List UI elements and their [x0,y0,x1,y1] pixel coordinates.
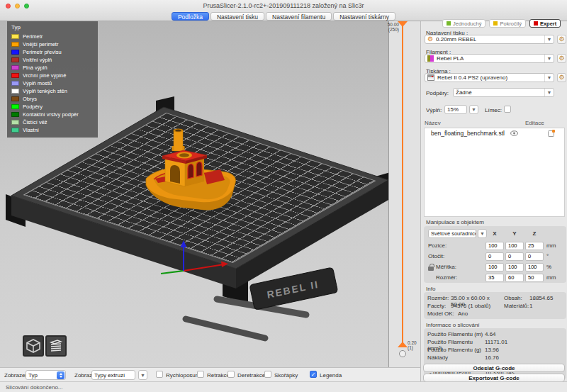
print-settings-gear-button[interactable]: ⚙ [557,35,566,44]
filament-gear-button[interactable]: ⚙ [557,54,566,63]
legend-swatch [11,104,19,109]
show-features-chevron-button[interactable]: ▼ [138,370,147,380]
scale-row: Měřítka: % [425,262,565,271]
tab-print-settings[interactable]: Nastavení tisku [210,12,264,21]
view-mode-select[interactable]: Typ [26,370,66,380]
rotate-y-field[interactable] [505,252,524,261]
axes-header-row: X Y Z [425,229,565,238]
tab-filament-settings[interactable]: Nastavení filamentu [266,12,332,21]
position-row: Pozice: mm [425,241,565,250]
filament-select[interactable]: Rebel PLA ▼ [425,54,554,63]
slider-max-height: 50.00 [386,22,399,27]
preview-layers-view-button[interactable] [45,335,67,357]
chevron-down-icon: ▼ [544,74,554,82]
axes-indicator [161,240,228,274]
axis-z-header: Z [525,230,544,237]
mode-advanced-button[interactable]: Pokročilý [489,19,525,28]
status-text: Slicování dokončeno... [6,384,63,391]
object-list[interactable]: ben_floating_benchmark.stl [424,128,565,217]
supports-label: Podpěry: [426,90,449,96]
scale-x-field[interactable] [485,263,504,271]
edit-object-icon[interactable] [548,130,554,137]
one-layer-mode-button[interactable] [399,350,406,357]
info-model-row: Model OK: Ano [427,310,563,317]
size-x-field[interactable] [485,274,504,282]
legend-swatch [11,112,19,117]
mode-simple-button[interactable]: Jednoduchý [442,19,485,28]
legend-item: Vrchní plné výplně [11,72,94,79]
rotate-z-field[interactable] [525,252,544,261]
tab-printer-settings[interactable]: Nastavení tiskárny [333,12,395,21]
slicing-row: Použito Filamentu (m) 4.64 [427,331,563,337]
object-list-edit-header: Editace [525,120,544,126]
gear-icon: ⚙ [558,36,564,43]
object-name: ben_floating_benchmark.stl [431,130,505,137]
layer-slider-track[interactable] [402,26,403,345]
cube-icon [26,338,41,354]
layer-slider-strip: 50.00 (250) 0.20 (1) [389,21,420,367]
checkbox-deretractions[interactable] [228,371,235,378]
infill-label: Výplň: [426,107,442,113]
printer-select[interactable]: Rebel II 0.4 PS2 (upraveno) ▼ [425,73,554,82]
size-z-field[interactable] [525,274,544,282]
legend-swatch [11,42,19,47]
slicing-info-title: Informace o slicování [426,322,480,328]
infill-chevron-button[interactable]: ▼ [469,105,478,114]
size-y-field[interactable] [505,274,524,282]
rotate-x-field[interactable] [485,252,504,261]
layer-slider-upper-handle[interactable] [398,21,408,27]
gear-icon: ⚙ [558,55,564,62]
send-gcode-button[interactable]: Odeslat G-code [423,364,565,372]
size-row: Rozměr: mm [425,273,565,282]
object-list-row[interactable]: ben_floating_benchmark.stl [425,128,564,138]
3d-editor-view-button[interactable] [23,335,44,357]
layer-slider-lower-handle[interactable] [398,342,408,347]
axis-y-header: Y [505,230,524,237]
position-x-field[interactable] [485,242,504,250]
rotate-row: Otočit: ° [425,252,565,261]
scale-z-field[interactable] [525,263,544,271]
print-settings-select[interactable]: ⚙ 0.20mm REBEL ▼ [425,35,554,44]
legend-item: Vlastní [11,126,94,134]
print-profile-icon: ⚙ [427,36,433,43]
legend-item: Obrys [11,95,94,103]
printer-name-plate: REBEL II [249,267,338,310]
info-title: Info [426,286,435,292]
checkbox-deretractions-label: Deretrakce [237,372,265,379]
slicing-row: Náklady 16.76 [427,354,563,361]
benchy-model[interactable] [146,128,237,216]
legend-item: Perimetr [11,33,94,40]
uniform-scale-lock-icon[interactable] [428,267,434,271]
legend-swatch [11,50,19,55]
advanced-mode-icon [493,21,498,26]
checkbox-travel[interactable] [156,371,163,378]
tab-plater[interactable]: Podložka [172,12,209,21]
infill-select[interactable]: 15% [444,105,467,114]
checkbox-shells[interactable] [264,371,271,378]
mode-expert-button[interactable]: Expert [529,19,561,28]
3d-viewport[interactable]: REBEL II [0,21,389,367]
legend-swatch [11,81,19,86]
checkbox-travel-label: Rychloposun [166,372,198,379]
eye-icon[interactable] [510,130,518,136]
brim-checkbox[interactable] [504,106,511,113]
position-y-field[interactable] [505,242,524,250]
supports-select[interactable]: Žádné ▼ [453,88,554,97]
app-window: PrusaSlicer-2.1.0-rc2+-201909111218 zalo… [0,0,567,392]
legend-swatch [11,89,19,94]
layers-icon [48,338,64,354]
printer-gear-button[interactable]: ⚙ [557,73,566,82]
status-bar: Slicování dokončeno... [0,381,567,392]
position-z-field[interactable] [525,242,544,250]
checkbox-retractions[interactable] [197,371,204,378]
legend-swatch [11,120,19,125]
legend-item: Podpěry [11,103,94,111]
checkbox-legend[interactable] [310,371,317,378]
legend-item: Vnější perimetr [11,40,94,48]
filament-color-swatch [427,55,434,62]
gear-icon: ⚙ [558,74,564,81]
legend-title: Typ [11,24,94,30]
scale-y-field[interactable] [505,263,524,271]
show-features-field[interactable]: Typy extruzí [91,370,135,380]
manipulation-title: Manipulace s objektem [426,219,484,225]
